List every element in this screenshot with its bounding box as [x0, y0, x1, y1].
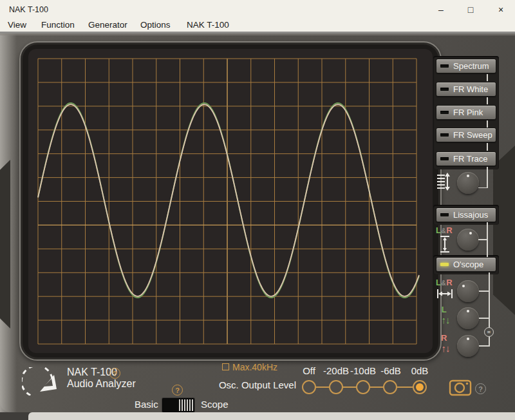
window-title: NAK T-100 — [9, 5, 48, 14]
mode-help-icon[interactable]: ? — [172, 385, 183, 396]
knob-indicator — [467, 310, 469, 312]
radio-link-line — [316, 387, 329, 388]
scope-screen — [21, 43, 440, 359]
fr-smoothing-icon — [436, 173, 451, 193]
level-radio-0db-selected[interactable] — [413, 380, 427, 394]
level-radio-6db[interactable] — [383, 380, 397, 394]
level-label-20db: -20dB — [323, 365, 349, 376]
lissajous-label: Lissajous — [453, 210, 488, 220]
level-label-0db: 0dB — [411, 365, 429, 376]
menubar: View Function Generator Options NAK T-10… — [0, 19, 515, 32]
level-radio-20db[interactable] — [329, 380, 343, 394]
fr-smoothing-knob[interactable] — [457, 172, 479, 194]
right-grip-shape — [493, 146, 515, 315]
brand-name: Audio Analyzer — [67, 378, 136, 390]
oscope-button[interactable]: O'scope — [436, 257, 496, 272]
camera-help-icon[interactable]: ? — [475, 383, 486, 394]
radio-link-line — [370, 387, 383, 388]
analyzer-gauge-logo — [22, 367, 62, 396]
menu-options[interactable]: Options — [140, 20, 171, 30]
basic-scope-toggle[interactable] — [162, 398, 194, 412]
mode-basic-label: Basic — [135, 399, 158, 410]
knob-indicator — [467, 175, 469, 177]
max-40khz-label: Max.40kHz — [232, 362, 277, 372]
oscope-led — [440, 263, 449, 266]
level-label-6db: -6dB — [380, 365, 401, 376]
connector-line — [487, 167, 488, 188]
camera-icon[interactable] — [449, 377, 472, 396]
connector-line — [479, 318, 489, 319]
menu-generator[interactable]: Generator — [88, 20, 127, 30]
right-channel-label: R — [435, 333, 453, 343]
lissajous-scale-knob[interactable] — [457, 229, 479, 251]
fr-white-led — [440, 88, 449, 91]
max-40khz-checkbox[interactable] — [222, 363, 229, 370]
fr-white-button[interactable]: FR White — [436, 82, 496, 97]
r-letter: R — [446, 225, 453, 235]
maximize-button[interactable]: □ — [461, 3, 480, 17]
connector-line — [487, 120, 488, 128]
fr-trace-button[interactable]: FR Trace — [436, 151, 496, 166]
fr-trace-led — [440, 157, 449, 160]
fr-white-label: FR White — [453, 84, 488, 94]
fr-pink-label: FR Pink — [453, 108, 483, 117]
connector-line — [487, 222, 488, 257]
knob-indicator — [467, 338, 469, 340]
osc-output-level-label: Osc. Output Level — [206, 379, 296, 390]
knob-indicator — [469, 232, 472, 234]
connector-line — [479, 291, 489, 292]
spectrum-label: Spectrum — [453, 61, 489, 71]
mode-scope-label: Scope — [201, 399, 229, 410]
left-gain-knob[interactable] — [457, 307, 479, 329]
vertical-scale-icon — [440, 235, 450, 253]
fr-trace-label: FR Trace — [453, 154, 487, 164]
device-panel: Spectrum FR White FR Pink FR Sweep FR Tr… — [0, 33, 515, 412]
spectrum-button[interactable]: Spectrum — [436, 59, 496, 73]
level-radio-10db[interactable] — [356, 380, 370, 394]
connector-line — [487, 74, 488, 81]
spectrum-led — [440, 64, 449, 68]
left-channel-label: L — [435, 305, 453, 314]
oscope-channel-label: L&R — [435, 278, 453, 287]
radio-link-line — [343, 387, 356, 388]
fr-sweep-label: FR Sweep — [453, 130, 492, 140]
minimize-button[interactable]: – — [431, 3, 451, 17]
level-radio-off[interactable] — [302, 380, 316, 394]
fr-sweep-led — [440, 133, 449, 137]
scope-bezel — [19, 41, 442, 361]
connector-line — [487, 143, 488, 151]
right-gain-knob[interactable] — [457, 335, 479, 357]
panel-top-highlight — [0, 33, 515, 35]
titlebar: NAK T-100 – □ × — [0, 0, 515, 19]
left-grip-shape — [0, 160, 10, 329]
menu-view[interactable]: View — [8, 20, 26, 30]
amp-letter: & — [441, 227, 446, 234]
fr-sweep-button[interactable]: FR Sweep — [436, 128, 496, 142]
right-updown-icon: ↑↓ — [436, 343, 454, 354]
radio-link-line — [397, 387, 413, 388]
connector-line — [487, 97, 488, 104]
lissajous-channel-label: L&R — [435, 225, 453, 235]
time-base-knob[interactable] — [457, 280, 479, 302]
r-letter: R — [446, 278, 453, 287]
lissajous-led — [440, 213, 449, 216]
window-bottom-strip — [28, 412, 515, 420]
menu-nak-t100[interactable]: NAK T-100 — [187, 20, 229, 30]
level-label-off: Off — [303, 365, 315, 376]
amp-letter: & — [441, 280, 446, 287]
horizontal-scale-icon — [436, 289, 453, 299]
close-button[interactable]: × — [491, 3, 510, 17]
brand-help-icon[interactable]: ? — [109, 368, 120, 379]
lissajous-button[interactable]: Lissajous — [436, 207, 496, 222]
connector-line — [478, 239, 487, 240]
app-window: NAK T-100 – □ × View Function Generator … — [0, 0, 515, 420]
fr-pink-button[interactable]: FR Pink — [436, 105, 496, 120]
knob-indicator — [462, 285, 465, 287]
toggle-grip — [178, 399, 193, 411]
left-updown-icon: ↑↓ — [436, 314, 454, 325]
menu-function[interactable]: Function — [41, 20, 75, 30]
connector-line — [479, 345, 489, 347]
connector-line — [478, 187, 487, 189]
fr-pink-led — [440, 111, 449, 114]
lr-link-badge[interactable]: = — [484, 327, 494, 337]
